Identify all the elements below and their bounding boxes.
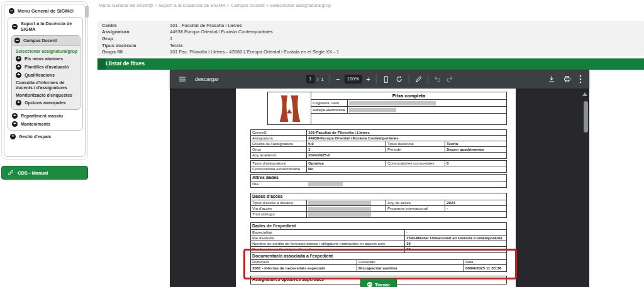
sidebar-scrollbar[interactable] bbox=[86, 6, 89, 18]
expand-icon[interactable]: + bbox=[10, 134, 16, 139]
toolbar-divider bbox=[428, 74, 428, 84]
sigma-campus-docent-screen: − Menú General de SIGM@ − Suport a la Do… bbox=[0, 0, 644, 287]
section-title: Llistat de fitxes bbox=[106, 60, 145, 67]
section-heading: Dades de l'expedient bbox=[251, 223, 506, 230]
zoom-out-button[interactable]: − bbox=[336, 76, 340, 83]
dades-expedient-section: Dades de l'expedient Especialitat - Pla … bbox=[250, 222, 507, 253]
collapse-icon[interactable]: − bbox=[14, 38, 20, 43]
sidebar-item-els-meus-alumnes[interactable]: + Els meus alumnes bbox=[16, 55, 78, 63]
redacted-value bbox=[308, 182, 343, 187]
sidebar-campus-docent-items: Seleccionar assignatura/grup + Els meus … bbox=[12, 46, 80, 109]
redo-icon[interactable] bbox=[446, 75, 453, 83]
toolbar-divider bbox=[330, 74, 330, 84]
sidebar-item-opcions-avancades[interactable]: + Opcions avançades bbox=[16, 99, 78, 107]
section-heading: Documentació associada a l'expedient bbox=[251, 253, 506, 260]
context-value: 101 - Facultat de Filosofia i Lletres bbox=[170, 23, 242, 28]
collapse-icon[interactable]: − bbox=[12, 24, 18, 30]
identity-label: Adreça electrònica bbox=[311, 107, 348, 113]
sidebar-root-label[interactable]: Menú General de SIGM@ bbox=[18, 8, 74, 14]
chain-link-icon bbox=[8, 170, 14, 176]
page-number-input[interactable]: 1 bbox=[306, 75, 314, 84]
download-icon[interactable] bbox=[548, 75, 555, 83]
rotate-icon[interactable] bbox=[396, 75, 403, 83]
context-value: 101 Fac. Filosofia i Lletres - 42680 L'E… bbox=[170, 49, 339, 55]
zoom-in-button[interactable]: + bbox=[366, 76, 370, 83]
sidebar-root-box: − Menú General de SIGM@ − Suport a la Do… bbox=[4, 4, 86, 157]
redacted-value bbox=[349, 108, 396, 112]
sidebar-suport-box: − Suport a la Docència de SIGMA − Campus… bbox=[8, 17, 83, 131]
collapse-icon[interactable]: − bbox=[9, 8, 14, 14]
context-row: Centre 101 - Facultat de Filosofia i Lle… bbox=[97, 22, 644, 29]
toolbar-divider bbox=[409, 74, 409, 84]
expand-icon[interactable]: + bbox=[12, 113, 18, 119]
redacted-value bbox=[308, 212, 371, 217]
sidebar-campus-docent-box: − Campus Docent Seleccionar assignatura/… bbox=[11, 35, 80, 110]
pdf-viewer: descargar 1 / 1 − 100% + bbox=[170, 70, 589, 287]
redacted-value bbox=[308, 201, 371, 205]
altres-dades-section: Altres dades NIA bbox=[250, 174, 507, 188]
fitxa-title: Fitxa completa bbox=[311, 92, 506, 100]
expand-icon[interactable]: + bbox=[16, 56, 21, 62]
toolbar-divider bbox=[376, 74, 377, 84]
more-options-icon[interactable] bbox=[579, 75, 582, 84]
context-value: Teoria bbox=[170, 43, 182, 48]
cds-manual-button[interactable]: CDS - Manual bbox=[1, 166, 88, 180]
uab-logo bbox=[268, 92, 311, 124]
enrolment-table: Tipus d'assignatura Optativa Convocatòri… bbox=[250, 160, 507, 173]
context-row: Grups fill 101 Fac. Filosofia i Lletres … bbox=[97, 48, 644, 55]
context-row: Tipus docència Teoria bbox=[97, 42, 644, 49]
context-row: Grup 1 bbox=[97, 35, 644, 42]
context-label: Centre bbox=[97, 23, 170, 28]
redacted-value bbox=[349, 101, 436, 106]
page-divider: / bbox=[317, 77, 318, 82]
sidebar-item-monitoritzacio-enquestes[interactable]: Monitorització d'enquestes bbox=[16, 92, 78, 99]
sidebar-item-campus-docent[interactable]: − Campus Docent bbox=[12, 36, 80, 46]
back-button-label: Tornar bbox=[375, 282, 391, 287]
page-total: 1 bbox=[321, 77, 323, 82]
sidebar-item-repartiment-massiu[interactable]: + Repartiment massiu bbox=[9, 112, 81, 120]
context-value: 44938 Europa Oriental i Euràsia Contempo… bbox=[170, 29, 273, 35]
back-icon: ↩ bbox=[367, 282, 372, 287]
zoom-level[interactable]: 100% bbox=[344, 75, 362, 84]
pdf-toolbar: descargar 1 / 1 − 100% + bbox=[170, 70, 589, 89]
breadcrumb: Menú General de SIGM@ > Suport a la Docè… bbox=[99, 3, 331, 8]
documentacio-section: Documentació associada a l'expedient Doc… bbox=[250, 252, 507, 272]
context-label: Grup bbox=[97, 36, 170, 41]
context-row: Assignatura 44938 Europa Oriental i Eurà… bbox=[97, 29, 644, 36]
expand-icon[interactable]: + bbox=[12, 121, 18, 127]
section-heading: Altres dades bbox=[251, 175, 506, 181]
sidebar-campus-docent-label[interactable]: Campus Docent bbox=[23, 38, 57, 43]
expand-icon[interactable]: + bbox=[16, 64, 21, 70]
annotate-icon[interactable] bbox=[415, 76, 422, 83]
back-button[interactable]: ↩ Tornar bbox=[360, 278, 397, 287]
sidebar-item-consulta-informes[interactable]: Consulta d'informes de docents i d'assig… bbox=[16, 79, 78, 92]
fit-page-icon[interactable] bbox=[382, 75, 390, 84]
fitxa-header-table: Fitxa completa Cognoms, nom Adreça elect… bbox=[267, 92, 507, 125]
menu-icon[interactable] bbox=[179, 75, 186, 83]
sidebar-item-gestio-espais[interactable]: + Gestió d'espais bbox=[6, 131, 83, 139]
identity-label: Cognoms, nom bbox=[311, 100, 348, 106]
pdf-title: descargar bbox=[195, 76, 219, 82]
dades-acces-section: Dades d'accés Tipus d'accés a titulació … bbox=[250, 193, 507, 218]
section-header-bar: Llistat de fitxes bbox=[97, 58, 644, 70]
sidebar-item-qualificacions[interactable]: + Qualificacions bbox=[16, 71, 78, 79]
sidebar-item-manteniments[interactable]: + Manteniments bbox=[9, 120, 81, 128]
sidebar-item-seleccionar-assignatura[interactable]: Seleccionar assignatura/grup bbox=[16, 48, 78, 55]
sidebar-item-plantilles-avaluacio[interactable]: + Plantilles d'avaluació bbox=[16, 63, 78, 71]
sidebar-item-menu-general[interactable]: − Menú General de SIGM@ bbox=[6, 7, 83, 16]
section-heading: Dades d'accés bbox=[251, 193, 506, 200]
context-value: 1 bbox=[170, 36, 172, 41]
sidebar-suport-label[interactable]: Suport a la Docència de SIGMA bbox=[21, 21, 80, 32]
scrollbar-thumb[interactable] bbox=[584, 101, 588, 133]
expand-icon[interactable]: + bbox=[16, 72, 21, 78]
expand-icon[interactable]: + bbox=[16, 100, 21, 106]
redacted-value bbox=[308, 207, 371, 211]
context-label: Tipus docència bbox=[97, 43, 170, 48]
print-icon[interactable] bbox=[564, 75, 571, 83]
context-panel: Centre 101 - Facultat de Filosofia i Lle… bbox=[97, 21, 644, 57]
context-label: Assignatura bbox=[97, 29, 170, 35]
scroll-up-icon[interactable] bbox=[582, 92, 587, 96]
undo-icon[interactable] bbox=[434, 75, 441, 83]
sidebar-item-suport-docencia[interactable]: − Suport a la Docència de SIGMA bbox=[9, 19, 81, 34]
context-label: Grups fill bbox=[97, 49, 170, 55]
